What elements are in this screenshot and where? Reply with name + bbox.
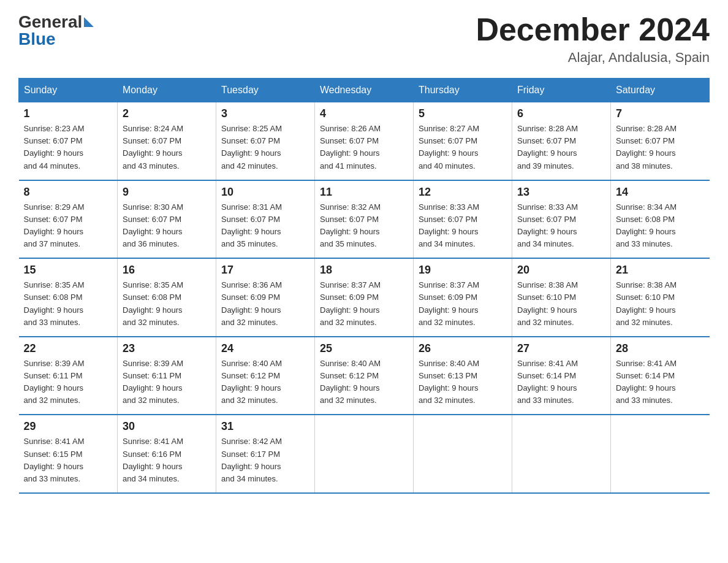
day-number: 17 [221,264,309,277]
calendar-cell: 9 Sunrise: 8:30 AM Sunset: 6:07 PM Dayli… [118,180,216,259]
calendar-cell: 31 Sunrise: 8:42 AM Sunset: 6:17 PM Dayl… [216,415,315,493]
day-number: 23 [123,342,211,355]
day-number: 8 [24,186,113,199]
calendar-cell: 29 Sunrise: 8:41 AM Sunset: 6:15 PM Dayl… [19,415,118,493]
day-number: 21 [616,264,705,277]
day-info: Sunrise: 8:39 AM Sunset: 6:11 PM Dayligh… [24,358,113,407]
day-number: 1 [24,107,113,120]
day-number: 24 [221,342,309,355]
day-number: 7 [616,107,705,120]
day-number: 20 [517,264,605,277]
calendar-cell [512,415,611,493]
weekday-header-tuesday: Tuesday [216,79,315,102]
calendar-cell: 14 Sunrise: 8:34 AM Sunset: 6:08 PM Dayl… [611,180,710,259]
day-info: Sunrise: 8:34 AM Sunset: 6:08 PM Dayligh… [616,201,705,251]
day-info: Sunrise: 8:30 AM Sunset: 6:07 PM Dayligh… [123,201,211,251]
day-info: Sunrise: 8:42 AM Sunset: 6:17 PM Dayligh… [221,435,309,485]
day-number: 27 [517,342,605,355]
location: Alajar, Andalusia, Spain [476,50,710,66]
day-info: Sunrise: 8:28 AM Sunset: 6:07 PM Dayligh… [517,123,605,172]
day-info: Sunrise: 8:39 AM Sunset: 6:11 PM Dayligh… [123,358,211,407]
day-info: Sunrise: 8:41 AM Sunset: 6:14 PM Dayligh… [517,358,605,407]
weekday-header-sunday: Sunday [19,79,118,102]
logo-blue-text: Blue [18,29,56,49]
day-number: 19 [419,264,507,277]
weekday-header-monday: Monday [118,79,216,102]
day-number: 18 [320,264,408,277]
week-row-4: 22 Sunrise: 8:39 AM Sunset: 6:11 PM Dayl… [19,337,710,415]
day-info: Sunrise: 8:32 AM Sunset: 6:07 PM Dayligh… [320,201,408,251]
day-info: Sunrise: 8:33 AM Sunset: 6:07 PM Dayligh… [517,201,605,251]
day-number: 28 [616,342,705,355]
weekday-header-wednesday: Wednesday [315,79,414,102]
day-info: Sunrise: 8:37 AM Sunset: 6:09 PM Dayligh… [320,279,408,329]
day-info: Sunrise: 8:35 AM Sunset: 6:08 PM Dayligh… [24,279,113,329]
day-info: Sunrise: 8:38 AM Sunset: 6:10 PM Dayligh… [616,279,705,329]
calendar-cell [611,415,710,493]
calendar-cell: 24 Sunrise: 8:40 AM Sunset: 6:12 PM Dayl… [216,337,315,415]
day-number: 26 [419,342,507,355]
day-info: Sunrise: 8:41 AM Sunset: 6:16 PM Dayligh… [123,435,211,485]
day-info: Sunrise: 8:35 AM Sunset: 6:08 PM Dayligh… [123,279,211,329]
calendar-cell: 17 Sunrise: 8:36 AM Sunset: 6:09 PM Dayl… [216,258,315,337]
calendar-cell: 4 Sunrise: 8:26 AM Sunset: 6:07 PM Dayli… [315,102,414,180]
day-number: 30 [123,420,211,433]
calendar-cell: 30 Sunrise: 8:41 AM Sunset: 6:16 PM Dayl… [118,415,216,493]
day-info: Sunrise: 8:33 AM Sunset: 6:07 PM Dayligh… [419,201,507,251]
calendar-cell: 1 Sunrise: 8:23 AM Sunset: 6:07 PM Dayli… [19,102,118,180]
day-number: 22 [24,342,113,355]
day-info: Sunrise: 8:24 AM Sunset: 6:07 PM Dayligh… [123,123,211,172]
weekday-header-saturday: Saturday [611,79,710,102]
calendar-cell: 3 Sunrise: 8:25 AM Sunset: 6:07 PM Dayli… [216,102,315,180]
calendar-cell: 16 Sunrise: 8:35 AM Sunset: 6:08 PM Dayl… [118,258,216,337]
day-info: Sunrise: 8:41 AM Sunset: 6:14 PM Dayligh… [616,358,705,407]
day-number: 2 [123,107,211,120]
day-number: 3 [221,107,309,120]
page-header: General Blue December 2024 Alajar, Andal… [18,12,710,66]
day-info: Sunrise: 8:40 AM Sunset: 6:12 PM Dayligh… [221,358,309,407]
week-row-5: 29 Sunrise: 8:41 AM Sunset: 6:15 PM Dayl… [19,415,710,493]
day-number: 5 [419,107,507,120]
calendar-cell: 18 Sunrise: 8:37 AM Sunset: 6:09 PM Dayl… [315,258,414,337]
calendar-cell: 21 Sunrise: 8:38 AM Sunset: 6:10 PM Dayl… [611,258,710,337]
day-number: 10 [221,186,309,199]
day-info: Sunrise: 8:38 AM Sunset: 6:10 PM Dayligh… [517,279,605,329]
day-info: Sunrise: 8:40 AM Sunset: 6:12 PM Dayligh… [320,358,408,407]
weekday-header-friday: Friday [512,79,611,102]
calendar-cell: 28 Sunrise: 8:41 AM Sunset: 6:14 PM Dayl… [611,337,710,415]
day-number: 6 [517,107,605,120]
day-number: 16 [123,264,211,277]
day-number: 29 [24,420,113,433]
day-number: 15 [24,264,113,277]
month-title: December 2024 [476,12,710,47]
calendar-cell: 15 Sunrise: 8:35 AM Sunset: 6:08 PM Dayl… [19,258,118,337]
day-info: Sunrise: 8:41 AM Sunset: 6:15 PM Dayligh… [24,435,113,485]
day-info: Sunrise: 8:36 AM Sunset: 6:09 PM Dayligh… [221,279,309,329]
calendar-cell: 5 Sunrise: 8:27 AM Sunset: 6:07 PM Dayli… [414,102,512,180]
weekday-header-thursday: Thursday [414,79,512,102]
calendar-cell [414,415,512,493]
week-row-2: 8 Sunrise: 8:29 AM Sunset: 6:07 PM Dayli… [19,180,710,259]
day-number: 12 [419,186,507,199]
title-area: December 2024 Alajar, Andalusia, Spain [476,12,710,66]
calendar-cell: 11 Sunrise: 8:32 AM Sunset: 6:07 PM Dayl… [315,180,414,259]
week-row-1: 1 Sunrise: 8:23 AM Sunset: 6:07 PM Dayli… [19,102,710,180]
calendar-cell: 25 Sunrise: 8:40 AM Sunset: 6:12 PM Dayl… [315,337,414,415]
day-info: Sunrise: 8:23 AM Sunset: 6:07 PM Dayligh… [24,123,113,172]
calendar-cell: 12 Sunrise: 8:33 AM Sunset: 6:07 PM Dayl… [414,180,512,259]
calendar-cell: 8 Sunrise: 8:29 AM Sunset: 6:07 PM Dayli… [19,180,118,259]
week-row-3: 15 Sunrise: 8:35 AM Sunset: 6:08 PM Dayl… [19,258,710,337]
calendar-cell: 6 Sunrise: 8:28 AM Sunset: 6:07 PM Dayli… [512,102,611,180]
day-number: 13 [517,186,605,199]
calendar-cell: 19 Sunrise: 8:37 AM Sunset: 6:09 PM Dayl… [414,258,512,337]
calendar-table: SundayMondayTuesdayWednesdayThursdayFrid… [18,78,710,494]
calendar-cell: 20 Sunrise: 8:38 AM Sunset: 6:10 PM Dayl… [512,258,611,337]
day-number: 9 [123,186,211,199]
day-number: 4 [320,107,408,120]
calendar-cell: 13 Sunrise: 8:33 AM Sunset: 6:07 PM Dayl… [512,180,611,259]
calendar-cell: 26 Sunrise: 8:40 AM Sunset: 6:13 PM Dayl… [414,337,512,415]
calendar-cell: 10 Sunrise: 8:31 AM Sunset: 6:07 PM Dayl… [216,180,315,259]
day-number: 14 [616,186,705,199]
day-info: Sunrise: 8:37 AM Sunset: 6:09 PM Dayligh… [419,279,507,329]
day-info: Sunrise: 8:25 AM Sunset: 6:07 PM Dayligh… [221,123,309,172]
